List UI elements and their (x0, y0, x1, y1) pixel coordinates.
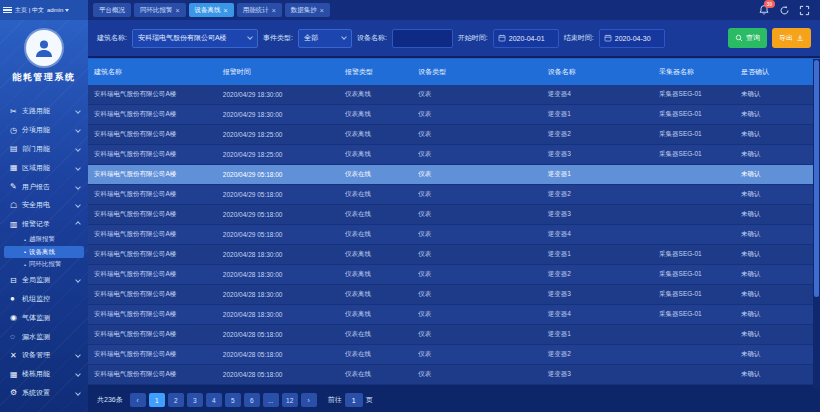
chevron-up-icon (75, 221, 81, 227)
sidebar-item-global-monitor[interactable]: ⊟全局监测 (0, 271, 88, 290)
table-row[interactable]: 安科瑞电气股份有限公司A楼2020/04/29 05:18:00仪表在线仪表逆变… (88, 205, 820, 225)
table-row[interactable]: 安科瑞电气股份有限公司A楼2020/04/28 18:30:00仪表离线仪表逆变… (88, 285, 820, 305)
scrollbar-track[interactable] (813, 59, 820, 388)
device-name-input[interactable] (392, 29, 453, 48)
table-row[interactable]: 安科瑞电气股份有限公司A楼2020/04/28 18:30:00仪表离线仪表逆变… (88, 305, 820, 325)
sidebar-item-gas-monitor[interactable]: ◉气体监测 (0, 308, 88, 327)
building-select[interactable]: 安科瑞电气股份有限公司A楼 (132, 29, 258, 48)
table-cell: 采集器SEG-01 (653, 250, 735, 259)
table-row[interactable]: 安科瑞电气股份有限公司A楼2020/04/29 05:18:00仪表在线仪表逆变… (88, 225, 820, 245)
refresh-icon[interactable] (779, 5, 790, 16)
table-row[interactable]: 安科瑞电气股份有限公司A楼2020/04/28 18:30:00仪表离线仪表逆变… (88, 265, 820, 285)
goto-page-input[interactable]: 1 (345, 393, 363, 407)
tab[interactable]: 同环比报警× (134, 3, 186, 17)
sidebar-item-safe-power[interactable]: ☖安全用电 (0, 196, 88, 215)
table-row[interactable]: 安科瑞电气股份有限公司A楼2020/04/29 05:18:00仪表在线仪表逆变… (88, 185, 820, 205)
user-avatar[interactable] (26, 30, 62, 66)
tools-icon: ✕ (10, 351, 22, 360)
table-row[interactable]: 安科瑞电气股份有限公司A楼2020/04/29 18:30:00仪表离线仪表逆变… (88, 85, 820, 105)
table-cell: 采集器SEG-01 (653, 270, 735, 279)
column-header: 是否确认 (735, 67, 820, 77)
start-date-picker[interactable]: 2020-04-01 (493, 29, 559, 48)
page-button[interactable]: 1 (149, 393, 165, 407)
start-date-value: 2020-04-01 (509, 35, 545, 42)
sidebar-item-building-energy[interactable]: ▦楼栋用能 (0, 365, 88, 384)
table-cell: 仪表 (412, 350, 542, 359)
tab[interactable]: 设备离线× (189, 3, 234, 17)
page-button[interactable]: 12 (282, 393, 298, 407)
page-button[interactable]: 6 (244, 393, 260, 407)
sidebar-subitem[interactable]: •设备离线 (4, 246, 84, 258)
sidebar-item-user-report[interactable]: ✎用户报告 (0, 177, 88, 196)
tab-close-icon[interactable]: × (224, 7, 228, 14)
sidebar-item-department-energy[interactable]: ▤部门用能 (0, 140, 88, 159)
tab-close-icon[interactable]: × (320, 7, 324, 14)
total-count-label: 共236条 (97, 395, 123, 405)
hamburger-menu-icon[interactable] (3, 7, 12, 14)
table-row[interactable]: 安科瑞电气股份有限公司A楼2020/04/29 05:18:00仪表在线仪表逆变… (88, 165, 820, 185)
device-name-label: 设备名称: (357, 33, 387, 43)
page-button[interactable]: 2 (168, 393, 184, 407)
tab[interactable]: 平台概况 (93, 3, 131, 17)
event-type-select[interactable]: 全部 (298, 29, 352, 48)
menu-item-label: 系统设置 (22, 388, 50, 398)
user-menu[interactable]: admin (47, 7, 69, 13)
table-cell: 仪表在线 (339, 350, 412, 359)
notification-badge: 39 (764, 0, 775, 8)
table-cell: 未确认 (735, 230, 820, 239)
search-button-label: 查询 (746, 33, 760, 43)
fullscreen-icon[interactable] (799, 5, 810, 16)
sidebar-item-leak-monitor[interactable]: ◌漏水监测 (0, 327, 88, 346)
droplet-icon: ◌ (10, 332, 22, 341)
sidebar-item-alarm-records[interactable]: ▥报警记录 (0, 215, 88, 234)
table-cell: 仪表 (412, 290, 542, 299)
table-cell: 仪表 (412, 310, 542, 319)
building-icon: ▦ (10, 163, 22, 172)
sidebar-item-system-settings[interactable]: ⚙系统设置 (0, 384, 88, 403)
page-button[interactable]: 5 (225, 393, 241, 407)
sidebar-item-unit-monitor[interactable]: ●机组监控 (0, 290, 88, 309)
table-cell: 安科瑞电气股份有限公司A楼 (88, 350, 217, 359)
table-row[interactable]: 安科瑞电气股份有限公司A楼2020/04/29 18:30:00仪表离线仪表逆变… (88, 105, 820, 125)
table-cell: 仪表在线 (339, 370, 412, 379)
table-cell: 未确认 (735, 170, 820, 179)
page-button[interactable]: 3 (187, 393, 203, 407)
tab-label: 用能统计 (243, 6, 269, 15)
table-row[interactable]: 安科瑞电气股份有限公司A楼2020/04/28 18:30:00仪表离线仪表逆变… (88, 245, 820, 265)
branch-icon: ✂ (10, 107, 22, 116)
search-button[interactable]: 查询 (728, 28, 767, 48)
submenu-label: 同环比报警 (29, 260, 62, 269)
table-row[interactable]: 安科瑞电气股份有限公司A楼2020/04/29 18:25:00仪表离线仪表逆变… (88, 145, 820, 165)
menu-item-label: 设备管理 (22, 350, 50, 360)
prev-page-button[interactable]: ‹ (130, 393, 146, 407)
table-cell: 逆变器3 (542, 210, 653, 219)
tab-close-icon[interactable]: × (272, 7, 276, 14)
table-row[interactable]: 安科瑞电气股份有限公司A楼2020/04/29 18:25:00仪表离线仪表逆变… (88, 125, 820, 145)
tab[interactable]: 数据集抄× (285, 3, 330, 17)
sidebar-item-device-mgmt[interactable]: ✕设备管理 (0, 346, 88, 365)
sidebar-subitem[interactable]: •同环比报警 (4, 258, 84, 270)
page-button[interactable]: 4 (206, 393, 222, 407)
chevron-down-icon (75, 146, 81, 152)
scrollbar-thumb[interactable] (814, 60, 819, 297)
table-header: 建筑名称报警时间报警类型设备类型设备名称采集器名称是否确认 (88, 59, 820, 85)
table-row[interactable]: 安科瑞电气股份有限公司A楼2020/04/28 05:18:00仪表在线仪表逆变… (88, 345, 820, 365)
tab-close-icon[interactable]: × (176, 7, 180, 14)
sidebar-item-branch-energy[interactable]: ✂支路用能 (0, 102, 88, 121)
sidebar-subitem[interactable]: •越限报警 (4, 234, 84, 246)
table-cell: 2020/04/28 05:18:00 (217, 351, 339, 358)
sidebar-item-subitem-energy[interactable]: ◷分项用能 (0, 121, 88, 140)
sidebar-item-area-energy[interactable]: ▦区域用能 (0, 158, 88, 177)
page-ellipsis-button[interactable]: ... (263, 393, 279, 407)
tab[interactable]: 用能统计× (237, 3, 282, 17)
table-cell: 未确认 (735, 330, 820, 339)
export-button[interactable]: 导出 (772, 28, 811, 48)
notification-bell-icon[interactable]: 39 (758, 4, 770, 16)
next-page-button[interactable]: › (301, 393, 317, 407)
topbar-icons: 39 (748, 0, 820, 20)
table-row[interactable]: 安科瑞电气股份有限公司A楼2020/04/28 05:18:00仪表在线仪表逆变… (88, 365, 820, 385)
end-date-picker[interactable]: 2020-04-30 (599, 29, 665, 48)
table-cell: 采集器SEG-01 (653, 130, 735, 139)
table-row[interactable]: 安科瑞电气股份有限公司A楼2020/04/28 05:18:00仪表在线仪表逆变… (88, 325, 820, 345)
home-language-link[interactable]: 主页 | 中文 (15, 6, 44, 15)
